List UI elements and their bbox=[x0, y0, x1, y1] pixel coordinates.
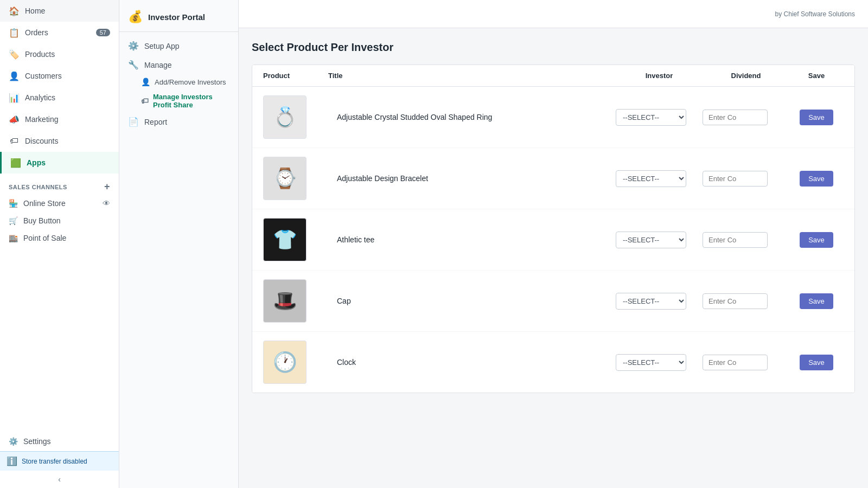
marketing-icon: 📣 bbox=[9, 114, 20, 125]
table-row: 🎩 Cap --SELECT--Investor 1Investor 2 Sav… bbox=[252, 271, 854, 332]
sidebar-label-customers: Customers bbox=[25, 72, 62, 80]
manage-profit-share-item[interactable]: 🏷 Manage Investors Profit Share bbox=[119, 89, 238, 112]
sidebar-item-analytics[interactable]: 📊 Analytics bbox=[0, 87, 119, 108]
channel-item-buy-button[interactable]: 🛒 Buy Button bbox=[0, 212, 119, 229]
header-investor: Investor bbox=[616, 72, 703, 80]
sidebar-item-home[interactable]: 🏠 Home bbox=[0, 0, 119, 22]
sidebar-item-products[interactable]: 🏷️ Products bbox=[0, 43, 119, 65]
customers-icon: 👤 bbox=[9, 70, 20, 81]
dividend-input-4[interactable] bbox=[703, 293, 768, 309]
dividend-input-1[interactable] bbox=[703, 110, 768, 125]
table-row: 💍 Adjustable Crystal Studded Oval Shaped… bbox=[252, 87, 854, 148]
investor-select-2[interactable]: --SELECT--Investor 1Investor 2 bbox=[616, 170, 686, 187]
sidebar-item-orders[interactable]: 📋 Orders 57 bbox=[0, 22, 119, 43]
product-title-1: Adjustable Crystal Studded Oval Shaped R… bbox=[328, 113, 616, 121]
header-save: Save bbox=[789, 72, 844, 80]
sales-channels-section: SALES CHANNELS + bbox=[0, 174, 119, 195]
channel-item-point-of-sale[interactable]: 🏬 Point of Sale bbox=[0, 229, 119, 247]
setup-label: Setup App bbox=[144, 42, 180, 50]
table-header: Product Title Investor Dividend Save bbox=[252, 65, 854, 87]
settings-icon: ⚙️ bbox=[9, 437, 18, 446]
collapse-sidebar-button[interactable]: ‹ bbox=[0, 471, 119, 488]
setup-app-item[interactable]: ⚙️ Setup App bbox=[119, 36, 238, 55]
save-cell-1: Save bbox=[789, 110, 844, 125]
save-button-4[interactable]: Save bbox=[800, 293, 833, 309]
home-icon: 🏠 bbox=[9, 5, 20, 16]
report-icon: 📄 bbox=[128, 117, 139, 127]
discounts-icon: 🏷 bbox=[9, 136, 20, 146]
second-panel-nav: ⚙️ Setup App 🔧 Manage 👤 Add/Remove Inves… bbox=[119, 32, 238, 136]
person-icon: 👤 bbox=[141, 78, 150, 86]
sidebar-item-apps[interactable]: 🟩 Apps bbox=[0, 152, 119, 174]
report-label: Report bbox=[144, 118, 167, 126]
sidebar-label-marketing: Marketing bbox=[25, 115, 58, 124]
dividend-input-3[interactable] bbox=[703, 232, 768, 248]
point-of-sale-icon: 🏬 bbox=[9, 234, 18, 242]
apps-icon: 🟩 bbox=[10, 157, 21, 168]
investor-select-4[interactable]: --SELECT--Investor 1Investor 2 bbox=[616, 293, 686, 310]
sidebar-label-analytics: Analytics bbox=[25, 93, 55, 102]
sidebar-label-home: Home bbox=[25, 7, 45, 15]
manage-label: Manage bbox=[144, 61, 172, 69]
investor-select-1[interactable]: --SELECT--Investor 1Investor 2 bbox=[616, 109, 686, 126]
dividend-cell-2 bbox=[703, 171, 789, 187]
add-channel-icon[interactable]: + bbox=[104, 181, 110, 192]
channel-item-online-store[interactable]: 🏪 Online Store 👁 bbox=[0, 195, 119, 212]
table-row: 🕐 Clock --SELECT--Investor 1Investor 2 S… bbox=[252, 332, 854, 393]
investor-cell-5: --SELECT--Investor 1Investor 2 bbox=[616, 354, 703, 371]
dividend-cell-1 bbox=[703, 110, 789, 125]
investor-cell-3: --SELECT--Investor 1Investor 2 bbox=[616, 232, 703, 248]
investor-cell-2: --SELECT--Investor 1Investor 2 bbox=[616, 170, 703, 187]
report-item[interactable]: 📄 Report bbox=[119, 112, 238, 131]
channel-label-buy-button: Buy Button bbox=[23, 216, 61, 225]
store-transfer-label: Store transfer disabled bbox=[22, 458, 87, 465]
save-button-5[interactable]: Save bbox=[800, 355, 833, 370]
app-header: 💰 Investor Portal bbox=[119, 4, 238, 32]
add-remove-label: Add/Remove Investors bbox=[155, 78, 226, 86]
table-rows-container: 💍 Adjustable Crystal Studded Oval Shaped… bbox=[252, 87, 854, 393]
online-store-icon: 🏪 bbox=[9, 199, 18, 208]
sidebar-label-discounts: Discounts bbox=[25, 137, 58, 145]
manage-item[interactable]: 🔧 Manage bbox=[119, 55, 238, 74]
product-title-4: Cap bbox=[328, 297, 616, 305]
settings-label: Settings bbox=[23, 437, 51, 446]
product-image-1: 💍 bbox=[263, 95, 307, 139]
save-button-3[interactable]: Save bbox=[800, 232, 833, 248]
buy-button-icon: 🛒 bbox=[9, 216, 18, 225]
sidebar-item-customers[interactable]: 👤 Customers bbox=[0, 65, 119, 87]
dividend-cell-4 bbox=[703, 293, 789, 309]
sidebar-label-orders: Orders bbox=[25, 28, 48, 37]
dividend-input-5[interactable] bbox=[703, 355, 768, 370]
investor-cell-1: --SELECT--Investor 1Investor 2 bbox=[616, 109, 703, 126]
save-button-1[interactable]: Save bbox=[800, 110, 833, 125]
sidebar-item-discounts[interactable]: 🏷 Discounts bbox=[0, 130, 119, 152]
channel-label-online-store: Online Store bbox=[23, 199, 66, 208]
header-dividend: Dividend bbox=[703, 72, 789, 80]
product-image-4: 🎩 bbox=[263, 279, 307, 323]
left-sidebar: 🏠 Home 📋 Orders 57 🏷️ Products 👤 Custome… bbox=[0, 0, 119, 488]
top-bar: by Chief Software Solutions bbox=[239, 0, 868, 28]
dividend-input-2[interactable] bbox=[703, 171, 768, 187]
info-icon: ℹ️ bbox=[7, 456, 17, 466]
tag-icon: 🏷 bbox=[141, 97, 149, 105]
table-row: 👕 Athletic tee --SELECT--Investor 1Inves… bbox=[252, 209, 854, 271]
settings-item[interactable]: ⚙️ Settings bbox=[0, 432, 119, 451]
investor-cell-4: --SELECT--Investor 1Investor 2 bbox=[616, 293, 703, 310]
page-title: Select Product Per Investor bbox=[252, 41, 855, 54]
save-cell-2: Save bbox=[789, 171, 844, 187]
add-remove-investors-item[interactable]: 👤 Add/Remove Investors bbox=[119, 74, 238, 89]
product-title-2: Adjustable Design Bracelet bbox=[328, 174, 616, 183]
main-content: by Chief Software Solutions Select Produ… bbox=[239, 0, 868, 488]
sidebar-item-marketing[interactable]: 📣 Marketing bbox=[0, 108, 119, 130]
save-cell-5: Save bbox=[789, 355, 844, 370]
save-cell-3: Save bbox=[789, 232, 844, 248]
products-icon: 🏷️ bbox=[9, 49, 20, 60]
product-table: Product Title Investor Dividend Save 💍 A… bbox=[252, 65, 855, 393]
investor-select-5[interactable]: --SELECT--Investor 1Investor 2 bbox=[616, 354, 686, 371]
channel-label-point-of-sale: Point of Sale bbox=[23, 234, 66, 242]
second-panel: 💰 Investor Portal ⚙️ Setup App 🔧 Manage … bbox=[119, 0, 239, 488]
orders-badge: 57 bbox=[96, 29, 110, 36]
eye-icon-online-store[interactable]: 👁 bbox=[103, 199, 110, 208]
investor-select-3[interactable]: --SELECT--Investor 1Investor 2 bbox=[616, 232, 686, 248]
save-button-2[interactable]: Save bbox=[800, 171, 833, 187]
